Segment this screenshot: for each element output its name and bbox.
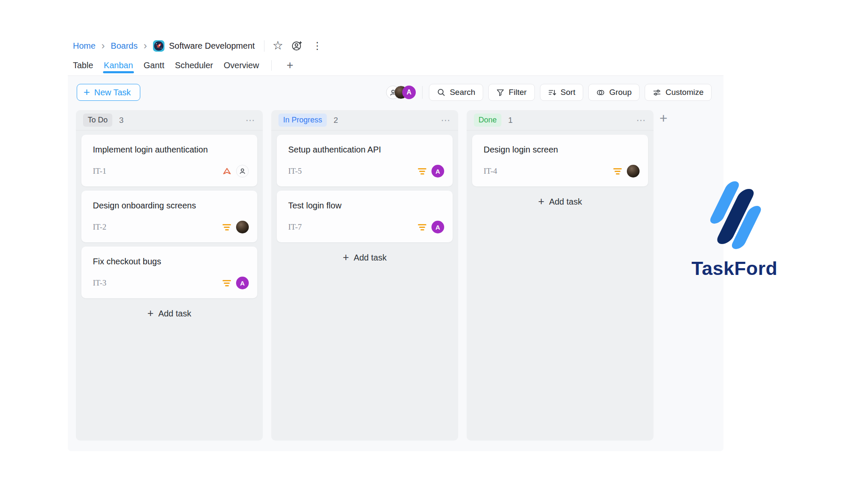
plus-icon: + [538, 195, 545, 208]
column-cards: Implement login authentication IT-1 [76, 130, 263, 324]
task-card[interactable]: Fix checkout bugs IT-3 A [81, 247, 257, 298]
plus-icon: + [147, 307, 154, 319]
taskford-logo: TaskFord [687, 180, 782, 280]
column-done: Done 1 ⋯ Design login screen IT-4 [467, 110, 654, 441]
search-button[interactable]: Search [429, 84, 483, 101]
breadcrumb: Home › Boards › [68, 36, 723, 55]
taskford-wordmark: TaskFord [691, 258, 777, 280]
task-title: Design onboarding screens [93, 201, 249, 211]
columns-row: To Do 3 ⋯ Implement login authentication… [76, 110, 654, 441]
more-options-icon[interactable]: ⋮ [310, 40, 325, 52]
column-count: 3 [119, 116, 124, 125]
view-tabs: Table Kanban Gantt Scheduler Overview + [68, 55, 723, 76]
task-card[interactable]: Design login screen IT-4 [472, 135, 648, 186]
divider [264, 40, 264, 52]
task-card[interactable]: Implement login authentication IT-1 [81, 135, 257, 186]
column-header: In Progress 2 ⋯ [271, 110, 458, 130]
priority-medium-icon [222, 280, 231, 286]
person-icon [239, 168, 246, 175]
customize-button[interactable]: Customize [645, 84, 712, 101]
favorite-star-icon[interactable]: ☆ [273, 40, 283, 52]
column-header: To Do 3 ⋯ [76, 110, 263, 130]
taskford-logo-mark [701, 180, 768, 251]
priority-medium-icon [417, 224, 427, 230]
task-id: IT-1 [93, 166, 106, 176]
add-task-button[interactable]: + Add task [277, 247, 453, 269]
tab-scheduler[interactable]: Scheduler [175, 55, 213, 75]
add-task-button[interactable]: + Add task [81, 302, 257, 324]
column-in-progress: In Progress 2 ⋯ Setup authentication API… [271, 110, 458, 441]
task-id: IT-7 [288, 222, 302, 232]
sort-button[interactable]: Sort [540, 84, 584, 101]
task-id: IT-3 [93, 278, 106, 288]
column-status-badge: To Do [83, 114, 112, 127]
task-title: Fix checkout bugs [93, 257, 249, 266]
search-icon [437, 88, 445, 97]
breadcrumb-home-link[interactable]: Home [73, 41, 95, 51]
task-title: Setup authentication API [288, 145, 444, 155]
column-todo: To Do 3 ⋯ Implement login authentication… [76, 110, 263, 441]
member-avatars[interactable]: A [386, 86, 416, 99]
board-title: Software Development [169, 41, 255, 51]
task-id: IT-2 [93, 222, 106, 232]
group-button[interactable]: Group [588, 84, 640, 101]
task-title: Implement login authentication [93, 145, 249, 155]
assignee-a-avatar: A [236, 277, 249, 289]
tab-gantt[interactable]: Gantt [144, 55, 164, 75]
board-rocket-icon [153, 40, 164, 52]
assignee-a-avatar: A [431, 221, 444, 233]
assignee-photo-avatar [236, 221, 249, 233]
task-title: Design login screen [484, 145, 640, 155]
column-menu-icon[interactable]: ⋯ [441, 115, 451, 126]
column-cards: Setup authentication API IT-5 A Test log… [271, 130, 458, 269]
column-status-badge: Done [474, 114, 501, 127]
task-id: IT-5 [288, 166, 302, 176]
priority-medium-icon [613, 168, 622, 175]
invite-user-icon[interactable] [291, 40, 303, 52]
add-task-button[interactable]: + Add task [472, 191, 648, 213]
unassigned-avatar [236, 165, 249, 177]
priority-medium-icon [417, 168, 427, 175]
breadcrumb-boards-link[interactable]: Boards [111, 41, 137, 51]
toolbar-buttons: Search Filter Sort [429, 84, 712, 101]
column-count: 2 [334, 116, 338, 125]
kanban-board: + New Task A [68, 76, 723, 451]
plus-icon: + [343, 251, 349, 263]
task-card[interactable]: Setup authentication API IT-5 A [277, 135, 453, 186]
add-view-plus-icon[interactable]: + [285, 59, 295, 72]
tab-overview[interactable]: Overview [224, 55, 259, 75]
task-id: IT-4 [484, 166, 497, 176]
divider [422, 86, 423, 99]
column-status-badge: In Progress [278, 114, 327, 127]
filter-icon [496, 89, 504, 97]
assignee-a-avatar: A [431, 165, 444, 177]
app-panel: Home › Boards › [68, 36, 723, 451]
priority-high-icon [223, 167, 231, 175]
priority-medium-icon [222, 224, 231, 230]
column-cards: Design login screen IT-4 + A [467, 130, 654, 213]
task-card[interactable]: Design onboarding screens IT-2 [81, 191, 257, 242]
column-count: 1 [508, 116, 513, 125]
chevron-right-icon: › [144, 41, 147, 51]
tab-kanban[interactable]: Kanban [104, 55, 133, 75]
filter-button[interactable]: Filter [488, 84, 534, 101]
column-header: Done 1 ⋯ [467, 110, 654, 130]
column-menu-icon[interactable]: ⋯ [245, 115, 256, 126]
plus-icon: + [83, 86, 90, 97]
page: Home › Boards › [0, 0, 868, 488]
assignee-photo-avatar [627, 165, 640, 177]
customize-sliders-icon [653, 89, 661, 97]
add-column-plus-icon[interactable]: + [659, 111, 668, 125]
tab-table[interactable]: Table [73, 55, 93, 75]
board-toolbar: + New Task A [77, 84, 712, 101]
divider [271, 60, 272, 71]
chevron-right-icon: › [101, 41, 105, 51]
sort-icon [548, 89, 556, 97]
task-card[interactable]: Test login flow IT-7 A [277, 191, 453, 242]
column-menu-icon[interactable]: ⋯ [636, 115, 646, 126]
task-title: Test login flow [288, 201, 444, 211]
user-a-avatar: A [402, 86, 416, 99]
group-icon [596, 89, 605, 97]
new-task-button[interactable]: + New Task [77, 84, 140, 101]
